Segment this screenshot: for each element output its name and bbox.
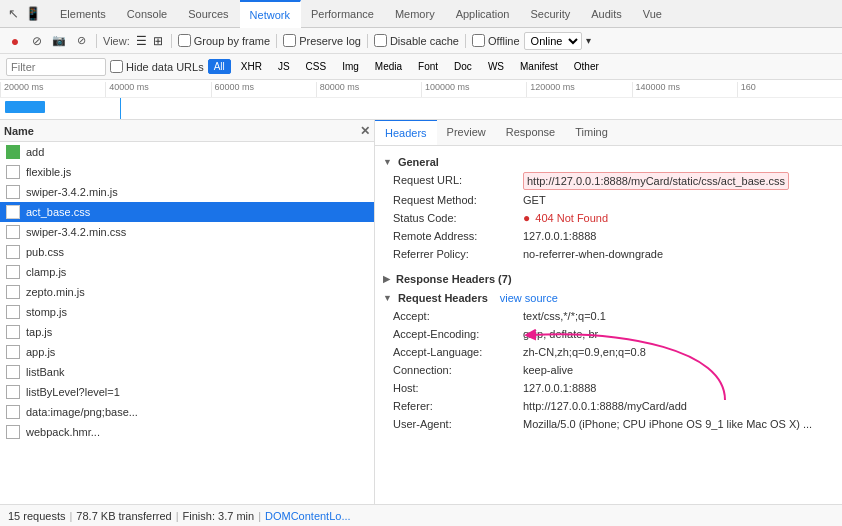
req-name-swiper-css: swiper-3.4.2.min.css — [26, 226, 126, 238]
request-item-webpack[interactable]: webpack.hmr... — [0, 422, 374, 442]
record-button[interactable]: ● — [6, 32, 24, 50]
close-icon[interactable]: ✕ — [360, 124, 370, 138]
preserve-log-checkbox[interactable] — [283, 34, 296, 47]
request-item-tap[interactable]: tap.js — [0, 322, 374, 342]
request-list-scroll[interactable]: add flexible.js swiper-3.4.2.min.js act_… — [0, 142, 374, 504]
detail-content: ▼ General Request URL: http://127.0.0.1:… — [375, 146, 842, 504]
timeline-ruler: 20000 ms 40000 ms 60000 ms 80000 ms 1000… — [0, 80, 842, 98]
request-item-swiper-css[interactable]: swiper-3.4.2.min.css — [0, 222, 374, 242]
request-item-data-image[interactable]: data:image/png;base... — [0, 402, 374, 422]
filter-other-button[interactable]: Other — [568, 59, 605, 74]
request-item-stomp[interactable]: stomp.js — [0, 302, 374, 322]
tab-sources[interactable]: Sources — [178, 0, 239, 28]
referrer-policy-row: Referrer Policy: no-referrer-when-downgr… — [393, 245, 834, 263]
filter-input[interactable] — [6, 58, 106, 76]
group-by-frame-label[interactable]: Group by frame — [178, 34, 270, 47]
view-icons: ☰ ⊞ — [134, 33, 165, 49]
filter-css-button[interactable]: CSS — [300, 59, 333, 74]
req-checkbox-listbank — [6, 365, 20, 379]
view-source-link[interactable]: view source — [500, 292, 558, 304]
status-bar: 15 requests | 78.7 KB transferred | Fini… — [0, 504, 842, 526]
disable-cache-checkbox[interactable] — [374, 34, 387, 47]
response-headers-section-header[interactable]: ▶ Response Headers (7) — [383, 269, 834, 288]
filter-button[interactable]: ⊘ — [72, 32, 90, 50]
tree-view-icon[interactable]: ⊞ — [151, 33, 165, 49]
cursor-icon[interactable]: ↖ — [4, 5, 22, 23]
tick-2: 60000 ms — [211, 82, 316, 97]
detail-tab-response[interactable]: Response — [496, 120, 566, 145]
domcontent-link[interactable]: DOMContentLo... — [265, 510, 351, 522]
divider3 — [276, 34, 277, 48]
request-item-add[interactable]: add — [0, 142, 374, 162]
list-view-icon[interactable]: ☰ — [134, 33, 149, 49]
tab-application[interactable]: Application — [446, 0, 521, 28]
req-name-zepto: zepto.min.js — [26, 286, 85, 298]
filter-img-button[interactable]: Img — [336, 59, 365, 74]
request-method-value: GET — [523, 192, 546, 208]
tab-elements[interactable]: Elements — [50, 0, 117, 28]
filter-font-button[interactable]: Font — [412, 59, 444, 74]
request-url-value: http://127.0.0.1:8888/myCard/static/css/… — [523, 172, 789, 190]
timeline-bar-area — [0, 98, 842, 120]
request-item-listbank[interactable]: listBank — [0, 362, 374, 382]
divider2 — [171, 34, 172, 48]
tab-memory[interactable]: Memory — [385, 0, 446, 28]
filter-manifest-button[interactable]: Manifest — [514, 59, 564, 74]
disable-cache-label[interactable]: Disable cache — [374, 34, 459, 47]
connection-row: Connection: keep-alive — [393, 361, 834, 379]
tab-console[interactable]: Console — [117, 0, 178, 28]
filter-ws-button[interactable]: WS — [482, 59, 510, 74]
tick-3: 80000 ms — [316, 82, 421, 97]
filter-js-button[interactable]: JS — [272, 59, 296, 74]
request-item-clamp[interactable]: clamp.js — [0, 262, 374, 282]
detail-tab-headers[interactable]: Headers — [375, 120, 437, 145]
request-item-app[interactable]: app.js — [0, 342, 374, 362]
preserve-log-label[interactable]: Preserve log — [283, 34, 361, 47]
view-label: View: — [103, 35, 130, 47]
offline-checkbox[interactable] — [472, 34, 485, 47]
disable-cache-text: Disable cache — [390, 35, 459, 47]
user-agent-key: User-Agent: — [393, 416, 523, 432]
request-item-act-base[interactable]: act_base.css — [0, 202, 374, 222]
host-row: Host: 127.0.0.1:8888 — [393, 379, 834, 397]
filter-xhr-button[interactable]: XHR — [235, 59, 268, 74]
detail-tab-timing[interactable]: Timing — [565, 120, 618, 145]
tab-network[interactable]: Network — [240, 0, 301, 28]
req-name-webpack: webpack.hmr... — [26, 426, 100, 438]
request-item-swiper-js[interactable]: swiper-3.4.2.min.js — [0, 182, 374, 202]
request-item-zepto[interactable]: zepto.min.js — [0, 282, 374, 302]
group-by-frame-checkbox[interactable] — [178, 34, 191, 47]
mobile-icon[interactable]: 📱 — [24, 5, 42, 23]
req-name-swiper-js: swiper-3.4.2.min.js — [26, 186, 118, 198]
filter-media-button[interactable]: Media — [369, 59, 408, 74]
req-checkbox-tap — [6, 325, 20, 339]
throttle-select[interactable]: Online — [524, 32, 582, 50]
general-section-header[interactable]: ▼ General — [383, 152, 834, 171]
request-list-title: Name — [4, 125, 34, 137]
request-headers-section-header[interactable]: ▼ Request Headers view source — [383, 288, 834, 307]
timeline-cursor[interactable] — [120, 98, 121, 120]
throttle-dropdown-icon[interactable]: ▾ — [586, 35, 591, 46]
offline-label[interactable]: Offline — [472, 34, 520, 47]
filter-doc-button[interactable]: Doc — [448, 59, 478, 74]
req-checkbox-data-image — [6, 405, 20, 419]
timeline-area: 20000 ms 40000 ms 60000 ms 80000 ms 1000… — [0, 80, 842, 120]
request-item-flexible[interactable]: flexible.js — [0, 162, 374, 182]
hide-data-urls-checkbox[interactable] — [110, 60, 123, 73]
request-item-listbylevel[interactable]: listByLevel?level=1 — [0, 382, 374, 402]
clear-button[interactable]: ⊘ — [28, 32, 46, 50]
filter-all-button[interactable]: All — [208, 59, 231, 74]
detail-panel: Headers Preview Response Timing ▼ Genera… — [375, 120, 842, 504]
accept-language-key: Accept-Language: — [393, 344, 523, 360]
tab-security[interactable]: Security — [520, 0, 581, 28]
request-item-pub-css[interactable]: pub.css — [0, 242, 374, 262]
req-checkbox-zepto — [6, 285, 20, 299]
tab-audits[interactable]: Audits — [581, 0, 633, 28]
tab-vue[interactable]: Vue — [633, 0, 673, 28]
referrer-policy-value: no-referrer-when-downgrade — [523, 246, 663, 262]
status-code-row: Status Code: ● 404 Not Found — [393, 209, 834, 227]
detail-tab-preview[interactable]: Preview — [437, 120, 496, 145]
hide-data-urls-label[interactable]: Hide data URLs — [110, 60, 204, 73]
camera-button[interactable]: 📷 — [50, 32, 68, 50]
tab-performance[interactable]: Performance — [301, 0, 385, 28]
